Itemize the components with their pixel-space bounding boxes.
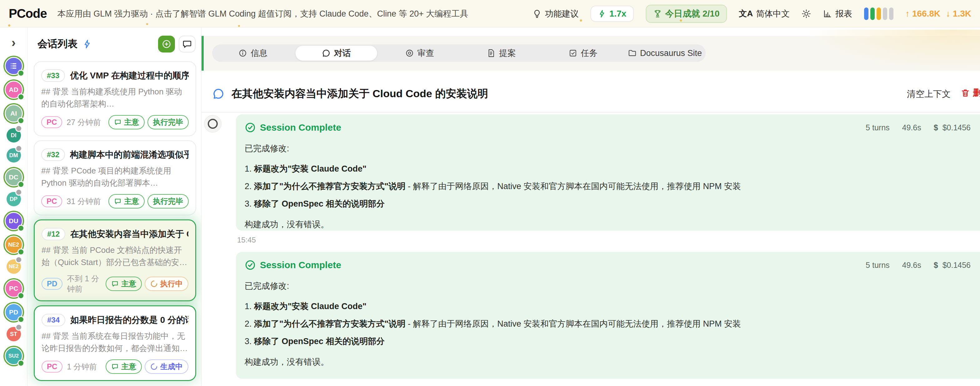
tab-proposal[interactable]: 提案 bbox=[460, 45, 542, 62]
status-badge: 执行完毕 bbox=[148, 115, 189, 129]
project-avatar[interactable]: PC bbox=[5, 279, 23, 298]
daily-achievement-badge[interactable]: 今日成就 2/10 bbox=[646, 5, 727, 23]
conversation-preview: ## 背景 当前 PCode 文档站点的快速开始（Quick Start）部分已… bbox=[41, 244, 188, 268]
chat-bubble-icon bbox=[114, 198, 121, 205]
tokens-up: ↑ 166.8K bbox=[905, 9, 940, 19]
header-actions: 功能建议 1.7x 今日成就 2/10 文A 简体中文 报表 bbox=[532, 5, 971, 23]
session-body: 已完成修改: 1. 标题改为"安装 Claude Code" 2. 添加了"为什… bbox=[245, 142, 970, 231]
mode-badge: 主意 bbox=[106, 277, 142, 291]
new-conversation-button[interactable] bbox=[158, 36, 175, 53]
status-dot bbox=[15, 189, 22, 196]
speed-boost-badge[interactable]: 1.7x bbox=[590, 6, 634, 22]
check-circle-icon bbox=[245, 122, 256, 133]
conversation-card-selected[interactable]: #12 在其他安装内容当中添加关于 Cl… ## 背景 当前 PCode 文档站… bbox=[34, 219, 196, 301]
app-window: PCode 本应用由 GLM 强力驱动 · 点击了解智谱 GLM Coding … bbox=[0, 0, 980, 386]
status-dot bbox=[18, 360, 24, 367]
promo-banner-link[interactable]: 本应用由 GLM 强力驱动 · 点击了解智谱 GLM Coding 超值订阅，支… bbox=[57, 8, 468, 19]
tab-docusaurus-site[interactable]: Docusaurus Site bbox=[624, 45, 706, 62]
project-avatar[interactable]: DI bbox=[6, 128, 21, 142]
chat-bubble-icon bbox=[111, 363, 119, 370]
status-badge: 执行完毕 bbox=[148, 194, 189, 209]
usage-bar bbox=[870, 8, 875, 20]
session-duration: 49.6s bbox=[902, 261, 921, 270]
project-avatar-list-icon[interactable] bbox=[5, 57, 23, 75]
agent-avatar bbox=[204, 115, 221, 132]
bolt-icon bbox=[83, 39, 92, 49]
session-outro: 构建成功，没有错误。 bbox=[245, 356, 970, 368]
tab-info[interactable]: 信息 bbox=[212, 45, 294, 62]
session-intro: 已完成修改: bbox=[245, 280, 970, 292]
project-avatar[interactable]: NE2 bbox=[5, 236, 23, 254]
project-avatar[interactable]: DP bbox=[6, 192, 21, 206]
project-avatar[interactable]: PD bbox=[5, 303, 23, 321]
tab-chat[interactable]: 对话 bbox=[295, 45, 378, 61]
plus-circle-icon bbox=[162, 39, 172, 49]
change-item: 2. 添加了"为什么不推荐官方安装方式"说明 - 解释了由于网络原因，Nativ… bbox=[245, 318, 970, 330]
tab-review[interactable]: 审查 bbox=[379, 45, 460, 62]
owner-badge: PC bbox=[41, 360, 62, 373]
task-icon bbox=[569, 49, 578, 57]
conversation-header: 在其他安装内容当中添加关于 Cloud Code 的安装说明 bbox=[202, 83, 980, 105]
collapse-sidebar-button[interactable]: › bbox=[11, 36, 16, 49]
owner-badge: PC bbox=[41, 195, 62, 207]
sparkle-dot bbox=[580, 19, 582, 22]
conversation-card[interactable]: #33 优化 VMP 在构建过程中的顺序 ## 背景 当前构建系统使用 Pyth… bbox=[34, 61, 196, 136]
conversation-card[interactable]: #34 如果昨日报告的分数是 0 分的话… ## 背景 当前系统在每日报告功能中… bbox=[34, 305, 196, 381]
session-cost: $0.1456 bbox=[942, 123, 970, 132]
mode-badge: 主意 bbox=[108, 115, 145, 129]
conversation-id-badge: #32 bbox=[41, 148, 65, 161]
project-avatar[interactable]: DU bbox=[5, 212, 23, 230]
translate-icon: 文A bbox=[739, 8, 753, 19]
status-dot bbox=[18, 292, 24, 299]
conversation-title: 如果昨日报告的分数是 0 分的话… bbox=[70, 314, 188, 326]
session-intro: 已完成修改: bbox=[245, 142, 970, 155]
sparkle-dot bbox=[146, 23, 148, 25]
info-icon bbox=[239, 49, 247, 57]
tab-tasks[interactable]: 任务 bbox=[542, 45, 624, 62]
project-avatar[interactable]: AI bbox=[5, 104, 23, 123]
status-dot bbox=[15, 145, 22, 152]
sparkle-dot bbox=[238, 25, 240, 27]
status-dot bbox=[15, 256, 22, 263]
status-dot bbox=[18, 181, 24, 188]
chat-bubble-icon bbox=[111, 280, 119, 287]
conversation-time: 31 分钟前 bbox=[67, 196, 101, 207]
accent-strip bbox=[202, 36, 204, 71]
chat-bubble-icon bbox=[183, 39, 192, 49]
conversation-title: 构建脚本中的前端混淆选项似乎… bbox=[70, 149, 189, 161]
sidebar-header: 会话列表 bbox=[27, 27, 201, 57]
project-avatar[interactable]: SU2 bbox=[5, 347, 23, 365]
usage-bar bbox=[883, 8, 887, 20]
session-turns: 5 turns bbox=[865, 261, 889, 270]
app-logo: PCode bbox=[9, 6, 47, 21]
owner-badge: PD bbox=[41, 278, 62, 290]
session-stats: 5 turns 49.6s $ $0.1456 bbox=[865, 123, 970, 132]
conversation-time: 27 分钟前 bbox=[67, 117, 101, 128]
message-timestamp: 15:45 bbox=[237, 236, 256, 244]
status-dot bbox=[15, 125, 22, 132]
chart-icon bbox=[823, 9, 832, 18]
change-item: 3. 移除了 OpenSpec 相关的说明部分 bbox=[245, 198, 970, 210]
project-avatar[interactable]: NE2 bbox=[6, 259, 21, 274]
project-avatar[interactable]: ST bbox=[6, 327, 21, 341]
language-switcher[interactable]: 文A 简体中文 bbox=[739, 8, 790, 19]
status-dot bbox=[18, 93, 24, 100]
trophy-icon bbox=[653, 10, 662, 18]
conversation-card[interactable]: #32 构建脚本中的前端混淆选项似乎… ## 背景 PCode 项目的构建系统使… bbox=[34, 140, 196, 215]
dollar-icon: $ bbox=[934, 123, 938, 132]
reports-button[interactable]: 报表 bbox=[823, 8, 852, 19]
usage-bar bbox=[864, 8, 869, 20]
feature-suggestion-button[interactable]: 功能建议 bbox=[532, 8, 579, 19]
project-avatar[interactable]: DC bbox=[5, 168, 23, 186]
status-dot bbox=[18, 70, 24, 77]
project-avatar[interactable]: DM bbox=[6, 148, 21, 163]
conversation-preview: ## 背景 当前系统在每日报告功能中，无论昨日报告的分数如何，都会弹出通知提… bbox=[41, 330, 188, 354]
document-icon bbox=[487, 49, 495, 57]
delete-conversation-button[interactable]: 删除 bbox=[961, 87, 980, 99]
theme-toggle[interactable] bbox=[802, 9, 811, 18]
project-avatar[interactable]: AD bbox=[5, 81, 23, 99]
chat-list-button[interactable] bbox=[179, 36, 196, 53]
down-arrow-icon: ↓ bbox=[946, 9, 950, 18]
token-counters: ↑ 166.8K ↓ 1.3K bbox=[905, 9, 971, 19]
clear-context-button[interactable]: 清空上下文 bbox=[907, 88, 951, 100]
